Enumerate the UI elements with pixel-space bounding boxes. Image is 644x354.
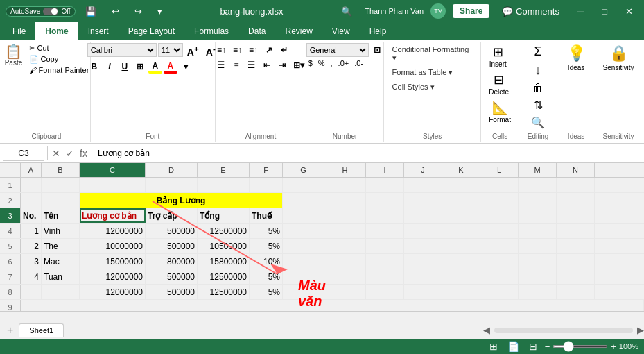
cell-l1[interactable] [480,178,519,192]
cell-c8[interactable]: 12000000 [80,285,146,299]
cell-d3[interactable]: Trợ cấp [146,208,198,223]
orientation-button[interactable]: ↗ [262,43,276,57]
cell-h2[interactable] [324,193,366,208]
col-header-m[interactable]: M [519,163,557,177]
cell-k7[interactable] [442,269,480,284]
tab-insert[interactable]: Insert [78,22,119,40]
cell-d6[interactable]: 800000 [146,254,198,269]
cell-d5[interactable]: 500000 [146,239,198,253]
cell-n8[interactable] [557,285,595,299]
cell-a3[interactable]: No. [21,208,42,223]
cell-reference[interactable] [3,146,44,161]
cell-k6[interactable] [442,254,480,269]
cell-j3[interactable] [404,208,442,223]
font-size-select[interactable]: 11 [158,43,183,57]
cell-styles-button[interactable]: Cell Styles ▾ [388,81,478,94]
cell-f6[interactable]: 10% [250,254,283,269]
cell-b2[interactable] [42,193,80,208]
cell-m2[interactable] [519,193,557,208]
cell-d8[interactable]: 500000 [146,285,198,299]
bold-button[interactable]: B [87,60,101,74]
sort-filter-button[interactable]: ⇅ [526,97,550,113]
clear-button[interactable]: 🗑 [526,81,550,96]
insert-function-button[interactable]: fx [78,148,89,159]
cell-g5[interactable] [283,239,324,253]
cell-a7[interactable]: 4 [21,269,42,284]
cell-d1[interactable] [146,178,198,192]
cell-k4[interactable] [442,224,480,238]
cell-j4[interactable] [404,224,442,238]
cell-a5[interactable]: 2 [21,239,42,253]
col-header-h[interactable]: H [324,163,366,177]
cell-i6[interactable] [366,254,404,269]
redo-button[interactable]: ↪ [129,3,148,19]
cell-h1[interactable] [324,178,366,192]
cell-l8[interactable] [480,285,519,299]
border-button[interactable]: ⊞ [133,60,147,74]
tab-file[interactable]: File [3,22,35,40]
cancel-formula-button[interactable]: ✕ [51,148,62,159]
autosave-toggle[interactable] [43,8,58,15]
align-right[interactable]: ☰ [245,58,259,72]
cell-j7[interactable] [404,269,442,284]
col-header-i[interactable]: I [366,163,404,177]
page-break-view-button[interactable]: ⊟ [527,341,539,352]
tab-page-layout[interactable]: Page Layout [119,22,184,40]
cell-a8[interactable] [21,285,42,299]
normal-view-button[interactable]: ⊞ [487,341,500,352]
cell-h6[interactable] [324,254,366,269]
search-button[interactable]: 🔍 [336,3,358,19]
restore-button[interactable]: □ [596,3,613,19]
cell-j8[interactable] [404,285,442,299]
col-header-a[interactable]: A [21,163,42,177]
cell-g6[interactable] [283,254,324,269]
autosave-badge[interactable]: AutoSave Off [6,6,76,17]
col-header-d[interactable]: D [146,163,198,177]
copy-button[interactable]: 📄 Copy [27,54,92,65]
cell-b7[interactable]: Tuan [42,269,80,284]
cell-b6[interactable]: Mac [42,254,80,269]
cell-k3[interactable] [442,208,480,223]
cell-f8[interactable]: 5% [250,285,283,299]
cell-c5[interactable]: 10000000 [80,239,146,253]
cell-k2[interactable] [442,193,480,208]
cell-f4[interactable]: 5% [250,224,283,238]
conditional-formatting-button[interactable]: Conditional Formatting ▾ [388,43,478,65]
fill-button[interactable]: ↓ [526,62,550,79]
wrap-text-button[interactable]: ↵ [277,43,291,57]
col-header-f[interactable]: F [250,163,283,177]
cell-c4[interactable]: 12000000 [80,224,146,238]
cell-g8[interactable] [283,285,324,299]
cut-button[interactable]: ✂ Cut [27,43,92,53]
cell-e8[interactable]: 12500000 [198,285,250,299]
cell-g1[interactable] [283,178,324,192]
col-header-g[interactable]: G [283,163,324,177]
tab-view[interactable]: View [322,22,360,40]
cell-j2[interactable] [404,193,442,208]
cell-n4[interactable] [557,224,595,238]
autosum-button[interactable]: Σ [526,43,550,60]
cell-n6[interactable] [557,254,595,269]
merge-button[interactable]: ⊞▾ [290,58,307,72]
share-button[interactable]: Share [453,4,489,18]
undo-button[interactable]: ↩ [106,3,125,19]
ideas-button[interactable]: 💡 Ideas [562,43,591,73]
scroll-right-button[interactable]: ▶ [637,325,644,335]
cell-i4[interactable] [366,224,404,238]
cell-f3[interactable]: Thuế [250,208,283,223]
scroll-left-button[interactable]: ◀ [483,325,490,335]
add-sheet-button[interactable]: + [3,324,17,337]
dec-dec-button[interactable]: .0- [352,58,365,68]
cell-m7[interactable] [519,269,557,284]
cell-e5[interactable]: 10500000 [198,239,250,253]
cell-c2-merged[interactable]: Bảng Lương [80,193,283,208]
align-center[interactable]: ≡ [229,58,243,72]
customize-qat-button[interactable]: ▾ [152,3,168,19]
cell-i1[interactable] [366,178,404,192]
cell-l6[interactable] [480,254,519,269]
cell-l4[interactable] [480,224,519,238]
cell-g4[interactable] [283,224,324,238]
find-select-button[interactable]: 🔍 [526,115,550,130]
cell-l7[interactable] [480,269,519,284]
tab-home[interactable]: Home [35,22,78,40]
